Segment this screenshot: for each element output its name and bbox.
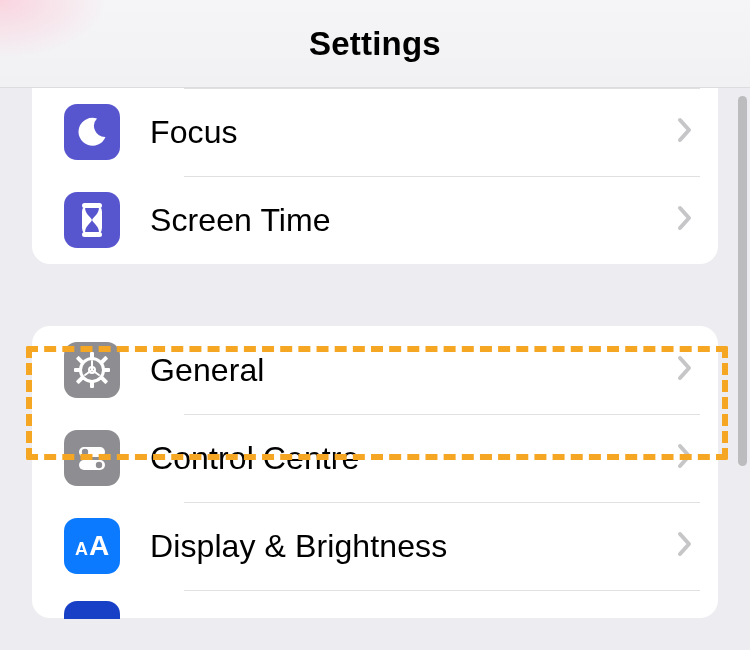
row-separator [184, 590, 700, 591]
settings-row-peek[interactable] [32, 590, 718, 618]
row-label: Focus [150, 114, 676, 151]
hourglass-icon [64, 192, 120, 248]
moon-icon [64, 104, 120, 160]
chevron-right-icon [676, 116, 694, 148]
svg-rect-2 [82, 232, 102, 237]
settings-row-display-brightness[interactable]: AA Display & Brightness [32, 502, 718, 590]
svg-point-18 [82, 449, 88, 455]
svg-rect-4 [90, 352, 94, 360]
settings-row-focus[interactable]: Focus [32, 88, 718, 176]
settings-row-screen-time[interactable]: Screen Time [32, 176, 718, 264]
chevron-right-icon [676, 354, 694, 386]
row-label: Display & Brightness [150, 528, 676, 565]
svg-rect-5 [90, 380, 94, 388]
header-bar: Settings [0, 0, 750, 88]
svg-point-20 [96, 462, 102, 468]
chevron-right-icon [676, 530, 694, 562]
row-label: Control Centre [150, 440, 676, 477]
chevron-right-icon [676, 442, 694, 474]
scrollbar-thumb[interactable] [738, 96, 747, 466]
group-gap [0, 264, 750, 326]
settings-scroll[interactable]: Focus Screen Time [0, 88, 750, 650]
settings-group-2: General Control Centre [32, 326, 718, 618]
row-label: Screen Time [150, 202, 676, 239]
row-separator [184, 414, 700, 415]
page-title: Settings [309, 25, 441, 63]
row-separator [184, 502, 700, 503]
icon-tile-peek [64, 601, 120, 619]
svg-rect-7 [102, 368, 110, 372]
row-separator [184, 88, 700, 89]
gear-icon [64, 342, 120, 398]
svg-rect-6 [74, 368, 82, 372]
header-gloss [0, 0, 110, 60]
text-size-icon: AA [64, 518, 120, 574]
settings-row-control-centre[interactable]: Control Centre [32, 414, 718, 502]
chevron-right-icon [676, 204, 694, 236]
settings-group-1: Focus Screen Time [32, 88, 718, 264]
row-label: General [150, 352, 676, 389]
aa-glyph: AA [75, 530, 109, 562]
toggles-icon [64, 430, 120, 486]
settings-row-general[interactable]: General [32, 326, 718, 414]
svg-rect-1 [82, 203, 102, 208]
row-separator [184, 176, 700, 177]
